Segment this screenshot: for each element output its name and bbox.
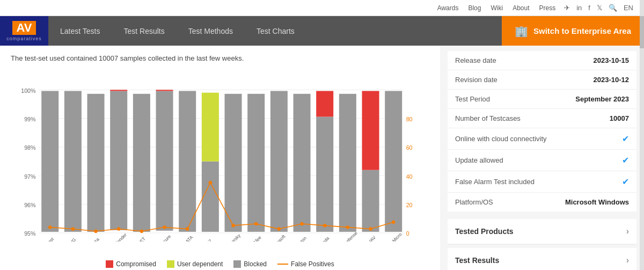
bar-norton-blocked: [294, 94, 311, 232]
legend-user-dependent: User dependent: [167, 260, 223, 268]
svg-text:60: 60: [406, 144, 413, 151]
language-selector[interactable]: EN: [624, 4, 633, 12]
svg-text:99%: 99%: [24, 116, 36, 122]
bar-avast-blocked: [41, 91, 58, 231]
bar-gdata-blocked: [179, 91, 196, 231]
tested-products-label: Tested Products: [455, 227, 514, 236]
bar-trendmicro-blocked: [385, 91, 402, 231]
svg-text:98%: 98%: [24, 144, 36, 151]
platform-label: Platform/OS: [455, 198, 565, 206]
awards-link[interactable]: Awards: [437, 4, 459, 12]
update-check-icon: ✔: [622, 155, 629, 165]
bar-k7-blocked: [202, 162, 219, 232]
bar-eset-blocked: [133, 94, 150, 232]
legend-compromised: Compromised: [106, 260, 156, 268]
testcases-value: 10007: [610, 114, 629, 122]
linkedin-icon[interactable]: in: [576, 4, 582, 12]
bar-totalav-blocked: [362, 170, 379, 232]
facebook-icon[interactable]: f: [588, 4, 590, 12]
bar-panda-blocked: [316, 116, 333, 231]
nav-test-results[interactable]: Test Results: [112, 16, 176, 46]
twitter-icon[interactable]: 𝕏: [597, 4, 602, 12]
nav-links: Latest Tests Test Results Test Methods T…: [48, 16, 502, 46]
svg-text:Avira: Avira: [89, 237, 100, 242]
update-row: Update allowed ✔: [448, 150, 636, 171]
svg-text:Avast: Avast: [43, 236, 55, 242]
telegram-icon[interactable]: ✈: [564, 4, 570, 12]
test-period-value: September 2023: [575, 95, 629, 103]
svg-point-47: [369, 227, 372, 230]
blocked-label: Blocked: [244, 260, 267, 268]
svg-text:F-Secure: F-Secure: [155, 233, 172, 242]
svg-text:Kaspersky: Kaspersky: [223, 232, 242, 242]
test-results-label: Test Results: [455, 256, 499, 265]
cloud-row: Online with cloud connectivity ✔: [448, 128, 636, 150]
svg-point-46: [346, 225, 349, 229]
svg-text:Microsoft: Microsoft: [269, 233, 287, 242]
top-bar: Awards Blog Wiki About Press ✈ in f 𝕏 🔍 …: [0, 0, 644, 16]
svg-text:80: 80: [406, 116, 413, 122]
scroll-thumb[interactable]: [640, 16, 644, 48]
svg-text:McAfee: McAfee: [247, 235, 262, 242]
svg-text:K7: K7: [206, 238, 214, 242]
svg-text:95%: 95%: [24, 230, 36, 237]
scrollbar[interactable]: [640, 0, 644, 270]
svg-point-34: [71, 227, 75, 230]
svg-text:ESET: ESET: [134, 236, 147, 242]
bar-microsoft-blocked: [270, 91, 288, 231]
revision-date-label: Revision date: [455, 76, 594, 84]
legend-blocked: Blocked: [233, 260, 267, 268]
test-period-label: Test Period: [455, 95, 575, 103]
bar-panda-compromised: [316, 91, 333, 116]
revision-date-value: 2023-10-12: [594, 76, 630, 84]
wiki-link[interactable]: Wiki: [491, 4, 503, 12]
bar-avg-blocked: [64, 91, 82, 231]
platform-value: Microsoft Windows: [565, 198, 629, 206]
svg-point-37: [140, 230, 143, 233]
svg-point-35: [94, 230, 97, 233]
bar-totalav-compromised: [362, 91, 379, 170]
top-bar-icons: ✈ in f 𝕏 🔍 EN: [564, 4, 633, 12]
user-dep-label: User dependent: [177, 260, 223, 268]
enterprise-label: Switch to Enterprise Area: [533, 26, 631, 35]
bar-k7-user-dep: [202, 93, 219, 162]
bar-avira-blocked: [87, 94, 105, 232]
false-alarm-check-icon: ✔: [622, 177, 629, 187]
user-dep-swatch: [167, 260, 174, 268]
right-panel: Release date 2023-10-15 Revision date 20…: [440, 46, 644, 270]
bar-fsecure-compromised: [156, 90, 173, 91]
bar-bitdefender-blocked: [110, 91, 127, 230]
main-chart: 95% 96% 97% 98% 99% 100% 0 20 40 60 80: [11, 70, 429, 242]
svg-point-41: [231, 224, 235, 227]
legend-false-positives: False Positives: [277, 260, 334, 268]
platform-row: Platform/OS Microsoft Windows: [448, 193, 636, 211]
nav-latest-tests[interactable]: Latest Tests: [48, 16, 112, 46]
svg-point-45: [323, 224, 326, 227]
revision-date-row: Revision date 2023-10-12: [448, 70, 636, 90]
about-link[interactable]: About: [513, 4, 529, 12]
svg-point-44: [300, 222, 303, 225]
search-icon[interactable]: 🔍: [609, 4, 617, 12]
logo[interactable]: AV comparatives: [0, 16, 48, 46]
release-date-row: Release date 2023-10-15: [448, 51, 636, 70]
tested-products-section[interactable]: Tested Products ›: [448, 219, 636, 245]
test-results-section[interactable]: Test Results ›: [448, 248, 636, 270]
press-link[interactable]: Press: [539, 4, 556, 12]
nav-test-methods[interactable]: Test Methods: [177, 16, 245, 46]
compromised-swatch: [106, 260, 113, 268]
svg-text:Bitdefender: Bitdefender: [107, 232, 128, 242]
svg-text:Panda: Panda: [317, 236, 331, 242]
testcases-row: Number of Testcases 10007: [448, 109, 636, 128]
enterprise-button[interactable]: 🏢 Switch to Enterprise Area: [502, 16, 644, 46]
svg-text:100%: 100%: [21, 87, 36, 94]
svg-point-48: [392, 221, 395, 224]
test-results-chevron-icon: ›: [626, 256, 629, 265]
false-alarm-label: False Alarm Test included: [455, 178, 622, 186]
cloud-check-icon: ✔: [622, 134, 629, 144]
blog-link[interactable]: Blog: [468, 4, 481, 12]
svg-text:97%: 97%: [24, 173, 36, 180]
logo-sub-text: comparatives: [6, 36, 42, 41]
svg-text:96%: 96%: [24, 202, 36, 208]
nav-test-charts[interactable]: Test Charts: [245, 16, 306, 46]
release-date-label: Release date: [455, 56, 594, 64]
